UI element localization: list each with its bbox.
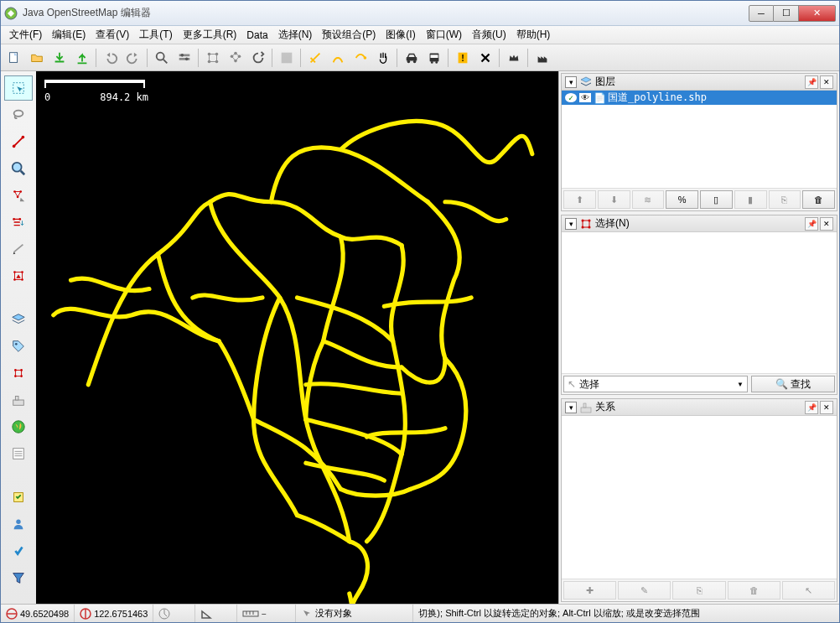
delete-button[interactable] bbox=[474, 47, 495, 68]
filter-icon[interactable] bbox=[4, 565, 33, 590]
toolbar: ! bbox=[1, 44, 839, 71]
menu-file[interactable]: 文件(F) bbox=[4, 26, 47, 44]
menu-select[interactable]: 选择(N) bbox=[273, 26, 318, 44]
new-button[interactable] bbox=[3, 47, 24, 68]
relation-duplicate-button: ⎘ bbox=[672, 581, 725, 600]
svg-rect-63 bbox=[581, 408, 591, 413]
validator-icon[interactable] bbox=[4, 538, 33, 563]
menu-data[interactable]: Data bbox=[241, 28, 272, 43]
download-button[interactable] bbox=[49, 47, 70, 68]
svg-point-6 bbox=[180, 54, 184, 57]
car-button[interactable] bbox=[401, 47, 422, 68]
cut-way-button[interactable] bbox=[304, 47, 325, 68]
relation-edit-button: ✎ bbox=[618, 581, 671, 600]
collapse-icon[interactable]: ▾ bbox=[565, 76, 577, 88]
menu-image[interactable]: 图像(I) bbox=[381, 26, 420, 44]
layer-active-icon[interactable]: ✓ bbox=[565, 93, 577, 102]
relation-delete-button: 🗑 bbox=[728, 581, 780, 600]
find-button[interactable]: 🔍 查找 bbox=[751, 376, 835, 392]
delete-tool[interactable] bbox=[4, 183, 33, 208]
svg-text:!: ! bbox=[461, 52, 464, 62]
close-panel-icon[interactable]: ✕ bbox=[820, 217, 833, 231]
svg-point-37 bbox=[13, 218, 15, 221]
menu-moretools[interactable]: 更多工具(R) bbox=[178, 26, 242, 44]
right-panel: ▾ 图层 📌 ✕ ✓ 👁 📄 国道_polyline.shp ⬆ bbox=[558, 71, 839, 604]
svg-line-29 bbox=[14, 138, 23, 147]
menu-edit[interactable]: 编辑(E) bbox=[47, 26, 91, 44]
tags-icon[interactable] bbox=[4, 334, 33, 359]
pin-icon[interactable]: 📌 bbox=[805, 75, 818, 89]
layers-panel-title: 图层 bbox=[595, 75, 803, 89]
parallel-tool[interactable] bbox=[4, 210, 33, 235]
filter-list-icon[interactable] bbox=[4, 441, 33, 466]
maximize-button[interactable]: ☐ bbox=[774, 5, 799, 22]
open-button[interactable] bbox=[26, 47, 47, 68]
collapse-icon[interactable]: ▾ bbox=[565, 218, 577, 230]
crown-button[interactable] bbox=[503, 47, 524, 68]
relations-icon[interactable] bbox=[4, 387, 33, 413]
pin-icon[interactable]: 📌 bbox=[805, 217, 818, 231]
search-button[interactable] bbox=[151, 47, 172, 68]
status-heading bbox=[153, 605, 195, 622]
redo-button[interactable] bbox=[122, 47, 143, 68]
layer-toggle-button: ≋ bbox=[632, 190, 665, 209]
svg-rect-48 bbox=[15, 370, 21, 376]
layers-panel: ▾ 图层 📌 ✕ ✓ 👁 📄 国道_polyline.shp ⬆ bbox=[561, 73, 837, 211]
svg-point-31 bbox=[22, 136, 25, 139]
industry-button[interactable] bbox=[531, 47, 552, 68]
menu-presets[interactable]: 预设组合(P) bbox=[317, 26, 381, 44]
pin-icon[interactable]: 📌 bbox=[805, 401, 818, 414]
menu-tools[interactable]: 工具(T) bbox=[134, 26, 177, 44]
svg-point-17 bbox=[363, 56, 366, 60]
svg-point-23 bbox=[435, 61, 438, 64]
select-tool[interactable] bbox=[4, 75, 33, 101]
add-node-button[interactable] bbox=[350, 47, 371, 68]
collapse-icon[interactable]: ▾ bbox=[565, 402, 577, 413]
zoom-tool[interactable] bbox=[4, 156, 33, 181]
users-icon[interactable] bbox=[4, 511, 33, 537]
svg-rect-64 bbox=[583, 403, 586, 408]
wireframe-button[interactable] bbox=[202, 47, 223, 68]
refresh-button[interactable] bbox=[247, 47, 268, 68]
app-icon bbox=[4, 7, 18, 20]
menu-window[interactable]: 窗口(W) bbox=[421, 26, 467, 44]
menu-view[interactable]: 查看(V) bbox=[91, 26, 134, 44]
bus-button[interactable] bbox=[423, 47, 444, 68]
warning-button[interactable]: ! bbox=[452, 47, 473, 68]
left-toolbar bbox=[1, 71, 36, 604]
layer-visible-icon[interactable]: 👁 bbox=[579, 93, 591, 102]
layer-unknown1-button[interactable]: ▯ bbox=[700, 190, 733, 209]
menu-audio[interactable]: 音频(U) bbox=[467, 26, 511, 44]
close-panel-icon[interactable]: ✕ bbox=[820, 75, 833, 89]
relations-panel-title: 关系 bbox=[595, 400, 803, 414]
preferences-button[interactable] bbox=[174, 47, 194, 68]
pan-button[interactable] bbox=[372, 47, 393, 68]
menu-help[interactable]: 帮助(H) bbox=[511, 26, 556, 44]
selection-icon[interactable] bbox=[4, 361, 33, 386]
improve-way-tool[interactable] bbox=[4, 236, 33, 262]
layer-item[interactable]: ✓ 👁 📄 国道_polyline.shp bbox=[562, 91, 837, 105]
window-title: Java OpenStreetMap 编辑器 bbox=[23, 6, 749, 20]
map-lines bbox=[36, 71, 558, 604]
extrude-tool[interactable] bbox=[4, 263, 33, 288]
layer-delete-button[interactable]: 🗑 bbox=[802, 190, 835, 209]
minimize-button[interactable]: ─ bbox=[749, 5, 774, 22]
way-tool-button[interactable] bbox=[327, 47, 348, 68]
draw-line-tool[interactable] bbox=[4, 129, 33, 154]
svg-point-38 bbox=[18, 218, 21, 221]
hatch-button[interactable] bbox=[225, 47, 246, 68]
titlebar: Java OpenStreetMap 编辑器 ─ ☐ ✕ bbox=[1, 1, 839, 26]
selection-combo[interactable]: ↖ 选择 ▼ bbox=[563, 376, 748, 392]
map-canvas[interactable]: 0 894.2 km bbox=[36, 71, 558, 604]
close-button[interactable]: ✕ bbox=[799, 5, 836, 22]
layer-opacity-button[interactable]: % bbox=[666, 190, 698, 209]
changeset-icon[interactable] bbox=[4, 485, 33, 510]
undo-button[interactable] bbox=[100, 47, 121, 68]
status-lon: 122.6751463 bbox=[75, 605, 153, 622]
upload-button[interactable] bbox=[71, 47, 92, 68]
svg-line-33 bbox=[21, 171, 25, 175]
layers-icon[interactable] bbox=[4, 307, 33, 332]
globe-icon[interactable] bbox=[4, 414, 33, 439]
close-panel-icon[interactable]: ✕ bbox=[820, 401, 833, 414]
lasso-tool[interactable] bbox=[4, 102, 33, 127]
